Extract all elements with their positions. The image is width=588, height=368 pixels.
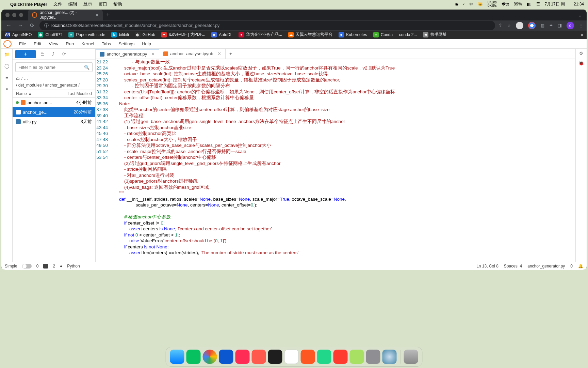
bookmark-icon[interactable]: ☆ (507, 23, 511, 28)
terminal-icon[interactable] (43, 264, 48, 269)
time[interactable]: 21:34 (574, 2, 584, 6)
cursor-position[interactable]: Ln 13, Col 8 (476, 264, 499, 269)
code-editor[interactable]: 21 22 23 24 25 26 27 28 29 30 31 32 33 3… (96, 59, 575, 262)
menu-file[interactable]: File (16, 40, 30, 48)
app-name[interactable]: QuickTime Player (10, 2, 47, 7)
status-icon[interactable]: ⚙ (469, 2, 473, 6)
battery-icon[interactable]: ▮▯ (527, 2, 532, 6)
date[interactable]: 7月17日 周一 (545, 1, 569, 7)
sidepanel-icon[interactable]: ◨ (558, 23, 562, 28)
menu-run[interactable]: Run (62, 40, 77, 48)
dock-app-notion[interactable] (284, 350, 299, 364)
menu-icon[interactable]: ⋮ (579, 23, 583, 28)
jupyter-logo-icon[interactable] (3, 40, 12, 48)
dock-trash[interactable] (404, 350, 418, 364)
menu-settings[interactable]: Settings (115, 40, 138, 48)
file-row[interactable]: anchor_an... 4小时前 (13, 98, 95, 107)
extension-icon[interactable] (528, 22, 536, 29)
breadcrumb[interactable]: 🗀 / … (13, 75, 95, 82)
code-content[interactable]: - 与stage数量一致 scale_major(bool): 生成anchor… (111, 59, 575, 262)
close-icon[interactable]: ✕ (95, 13, 99, 17)
browser-tab[interactable]: anchor_gener... (2) - JupyterL ✕ (28, 10, 103, 20)
menu-view[interactable]: 显示 (83, 1, 92, 7)
bookmark-item[interactable]: ●华为企业业务产品... (239, 32, 282, 37)
status-count[interactable]: 0 (36, 264, 39, 269)
dock-app[interactable] (235, 350, 250, 364)
new-launcher-button[interactable]: + (15, 50, 36, 58)
bell-icon[interactable]: 🔔 (578, 264, 583, 269)
tab-overflow-icon[interactable]: ⌄ (578, 13, 582, 18)
file-row[interactable]: anchor_ge... 28分钟前 (13, 107, 95, 117)
folder-icon[interactable]: 📁 (3, 51, 10, 58)
close-icon[interactable]: ✕ (217, 51, 221, 56)
bookmark-item[interactable]: ◆AutoDL (211, 32, 232, 37)
dock-app[interactable] (333, 350, 348, 364)
dock-app[interactable] (301, 350, 315, 364)
extension-icon[interactable]: ✦ (549, 23, 553, 28)
debugger-icon[interactable]: 🐞 (578, 61, 584, 66)
profile-badge[interactable]: q (567, 22, 574, 29)
extensions-icon[interactable]: ✦ (3, 86, 10, 92)
new-tab-button[interactable]: + (106, 12, 110, 19)
terminal-count[interactable]: 2 (53, 264, 55, 269)
bookmark-item[interactable]: ⎈Kubernetes (339, 32, 367, 37)
bookmark-item[interactable]: ◐GitHub (135, 32, 155, 37)
window-controls[interactable] (5, 13, 23, 17)
forward-button[interactable]: → (16, 22, 24, 29)
editor-tab[interactable]: anchor_analyse.ipynb ✕ (159, 49, 225, 59)
bookmark-item[interactable]: ◉ChatGPT (38, 32, 62, 37)
breadcrumb-path[interactable]: / det_modules / anchor_generator / (13, 82, 95, 90)
menu-view[interactable]: View (45, 40, 62, 48)
dock-app-chrome[interactable] (203, 350, 217, 364)
bookmark-item[interactable]: ANAgentNEO (5, 32, 32, 37)
file-filter-input[interactable]: Filter files by name 🔍 (15, 62, 93, 72)
editor-tab[interactable]: anchor_generator.py ✕ (96, 49, 159, 59)
url-input[interactable]: ⓘ localhost:8888/lab/tree/detection/det_… (39, 21, 495, 30)
menu-window[interactable]: 窗口 (98, 1, 107, 7)
col-name[interactable]: Name ▲ (16, 91, 32, 96)
toc-icon[interactable]: ≡ (3, 74, 10, 81)
bookmark-overflow[interactable]: » (581, 32, 583, 37)
bookmark-item[interactable]: bbilibili (111, 32, 129, 37)
bookmark-item[interactable]: ≡Paper with code (68, 32, 105, 37)
bookmark-item[interactable]: ○Conda — conda 2... (373, 32, 417, 37)
bookmark-item[interactable]: ☁天翼云智慧运营平台 (288, 32, 332, 37)
bookmark-item[interactable]: ★搜书网址 (423, 32, 447, 37)
language-label[interactable]: Python (67, 264, 80, 269)
control-center-icon[interactable]: ☰ (536, 2, 540, 6)
status-icon[interactable]: ‹ (463, 2, 464, 6)
bookmark-item[interactable]: ♥iLovePDF | 为PDF... (161, 32, 205, 37)
dock-app-pycharm[interactable] (317, 350, 331, 364)
new-tab-button[interactable]: + (226, 49, 236, 59)
dock-app[interactable] (252, 350, 266, 364)
menu-help[interactable]: Help (138, 40, 154, 48)
profile-icon[interactable] (516, 22, 523, 29)
status-icon[interactable]: ◉ (455, 2, 458, 6)
menu-edit[interactable]: Edit (30, 40, 45, 48)
new-folder-icon[interactable]: 🗀 (38, 51, 47, 57)
upload-icon[interactable]: ⤴ (49, 51, 58, 57)
cat-icon[interactable]: 🐱 (478, 2, 483, 6)
col-modified[interactable]: Last Modified (68, 91, 92, 96)
extension-icon[interactable]: ▥ (540, 23, 544, 28)
dock-app[interactable] (219, 350, 233, 364)
reload-button[interactable]: ⟳ (28, 22, 36, 29)
menu-kernel[interactable]: Kernel (78, 40, 98, 48)
property-inspector-icon[interactable]: ⚙ (579, 51, 583, 56)
share-icon[interactable]: ⇧ (499, 23, 502, 28)
menu-help[interactable]: 帮助 (113, 1, 122, 7)
dock-app-quicktime[interactable] (382, 350, 397, 364)
file-row[interactable]: utils.py 3天前 (13, 117, 95, 126)
menu-tabs[interactable]: Tabs (98, 40, 114, 48)
back-button[interactable]: ← (5, 22, 13, 29)
wifi-icon[interactable]: �◔ (502, 2, 509, 6)
menu-edit[interactable]: 编辑 (68, 1, 77, 7)
dock-app-terminal[interactable] (268, 350, 282, 364)
menu-file[interactable]: 文件 (53, 1, 62, 7)
dock-app-settings[interactable] (366, 350, 380, 364)
dock-app[interactable] (350, 350, 364, 364)
refresh-icon[interactable]: ⟳ (60, 51, 68, 57)
indent-label[interactable]: Spaces: 4 (504, 264, 522, 269)
simple-toggle[interactable] (22, 264, 32, 269)
dock-app-finder[interactable] (170, 350, 184, 364)
